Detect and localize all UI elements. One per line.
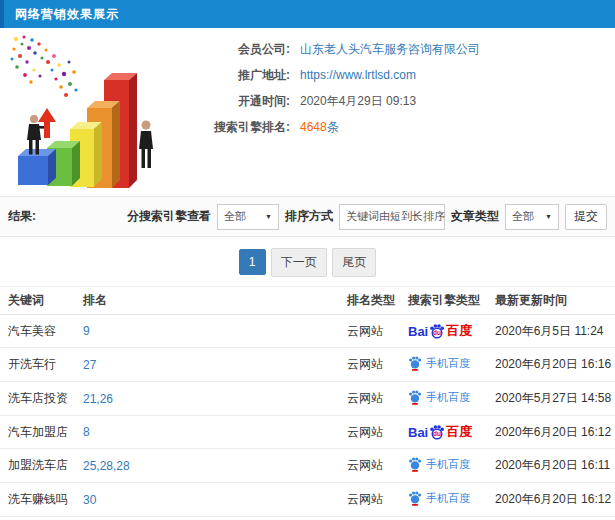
- baidu-mobile-app-icon: [408, 355, 422, 371]
- updated-time-cell: 2020年6月5日 11:24: [487, 315, 615, 348]
- info-row-company: 会员公司: 山东老人头汽车服务咨询有限公司: [186, 41, 480, 57]
- keyword-cell: 汽车美容: [0, 315, 75, 348]
- next-page-button[interactable]: 下一页: [271, 248, 327, 277]
- table-row: 洗车店投资21,26云网站手机百度2020年5月27日 14:58: [0, 382, 615, 416]
- rank-type-cell: 云网站: [339, 416, 400, 449]
- rank-cell: 21,26: [75, 382, 339, 416]
- engine-cell: 手机百度: [400, 517, 487, 520]
- rank-type-cell: 云网站: [339, 315, 400, 348]
- column-header-1: 排名: [75, 287, 339, 315]
- rank-value[interactable]: 8: [83, 425, 90, 439]
- svg-text:du: du: [433, 430, 441, 437]
- baidu-paw-icon: du: [429, 424, 445, 440]
- submit-button[interactable]: 提交: [565, 204, 607, 230]
- column-header-0: 关键词: [0, 287, 75, 315]
- rank-type-cell: 云网站: [339, 348, 400, 382]
- table-row: 洗车店利润30云网站手机百度2020年6月18日 14:27: [0, 517, 615, 520]
- page-button-current[interactable]: 1: [239, 249, 266, 275]
- rank-value[interactable]: 25,28,28: [83, 459, 130, 473]
- pagination: 1 下一页 尾页: [0, 248, 615, 277]
- keyword-cell: 开洗车行: [0, 348, 75, 382]
- last-page-button[interactable]: 尾页: [332, 248, 376, 277]
- keyword-cell: 洗车赚钱吗: [0, 483, 75, 517]
- rank-cell: 25,28,28: [75, 449, 339, 483]
- engine-select-value: 全部: [224, 209, 246, 224]
- svg-text:du: du: [433, 329, 441, 336]
- updated-time-cell: 2020年6月20日 16:16: [487, 348, 615, 382]
- rank-cell: 27: [75, 348, 339, 382]
- baidu-mobile-logo: 手机百度: [408, 389, 470, 405]
- table-row: 汽车美容9云网站Baidu百度2020年6月5日 11:24: [0, 315, 615, 348]
- engine-cell: Baidu百度: [400, 416, 487, 449]
- engine-cell: Baidu百度: [400, 315, 487, 348]
- keyword-cell: 洗车店利润: [0, 517, 75, 520]
- baidu-mobile-app-icon: [408, 456, 422, 472]
- promo-url-link[interactable]: https://www.lrtlsd.com: [300, 68, 416, 82]
- sort-filter-label: 排序方式: [285, 208, 333, 225]
- table-row: 汽车加盟店8云网站Baidu百度2020年6月20日 16:12: [0, 416, 615, 449]
- rank-count-label: 搜索引擎排名:: [186, 119, 290, 136]
- table-row: 加盟洗车店25,28,28云网站手机百度2020年6月20日 16:11: [0, 449, 615, 483]
- table-row: 洗车赚钱吗30云网站手机百度2020年6月20日 16:12: [0, 483, 615, 517]
- rank-value[interactable]: 9: [83, 324, 90, 338]
- keyword-cell: 加盟洗车店: [0, 449, 75, 483]
- column-header-4: 最新更新时间: [487, 287, 615, 315]
- member-info-list: 会员公司: 山东老人头汽车服务咨询有限公司 推广地址: https://www.…: [186, 41, 480, 145]
- open-time-value: 2020年4月29日 09:13: [300, 93, 416, 110]
- open-time-label: 开通时间:: [186, 93, 290, 110]
- rank-count-value: 4648: [300, 120, 327, 134]
- column-header-3: 搜索引擎类型: [400, 287, 487, 315]
- baidu-mobile-logo: 手机百度: [408, 456, 470, 472]
- info-row-rank-count: 搜索引擎排名: 4648条: [186, 119, 480, 135]
- promo-url-label: 推广地址:: [186, 67, 290, 84]
- rank-type-cell: 云网站: [339, 517, 400, 520]
- sort-select[interactable]: 关键词由短到长排序 ▼: [339, 204, 445, 230]
- baidu-paw-icon: du: [429, 323, 445, 339]
- rank-value[interactable]: 21,26: [83, 392, 113, 406]
- rank-type-cell: 云网站: [339, 483, 400, 517]
- engine-cell: 手机百度: [400, 348, 487, 382]
- engine-cell: 手机百度: [400, 483, 487, 517]
- rank-cell: 9: [75, 315, 339, 348]
- company-name-link[interactable]: 山东老人头汽车服务咨询有限公司: [300, 42, 480, 56]
- filter-bar: 结果: 分搜索引擎查看 全部 ▼ 排序方式 关键词由短到长排序 ▼ 文章类型 全…: [0, 196, 615, 237]
- updated-time-cell: 2020年5月27日 14:58: [487, 382, 615, 416]
- rank-cell: 30: [75, 483, 339, 517]
- engine-cell: 手机百度: [400, 449, 487, 483]
- rank-value[interactable]: 30: [83, 493, 96, 507]
- article-type-select[interactable]: 全部 ▼: [505, 204, 559, 230]
- page-header: 网络营销效果展示: [0, 0, 615, 28]
- table-header-row: 关键词排名排名类型搜索引擎类型最新更新时间: [0, 287, 615, 315]
- updated-time-cell: 2020年6月20日 16:12: [487, 483, 615, 517]
- baidu-mobile-app-icon: [408, 389, 422, 405]
- baidu-mobile-app-icon: [408, 490, 422, 506]
- rank-value[interactable]: 27: [83, 358, 96, 372]
- company-label: 会员公司:: [186, 41, 290, 58]
- header-accent-stripe: [0, 0, 4, 28]
- confetti-dots: [11, 36, 78, 98]
- baidu-mobile-logo: 手机百度: [408, 490, 470, 506]
- engine-cell: 手机百度: [400, 382, 487, 416]
- info-row-open-time: 开通时间: 2020年4月29日 09:13: [186, 93, 480, 109]
- baidu-pc-logo: Baidu百度: [408, 423, 472, 441]
- engine-select[interactable]: 全部 ▼: [217, 204, 279, 230]
- page-title: 网络营销效果展示: [15, 6, 119, 23]
- up-arrow-icon: [38, 108, 56, 138]
- updated-time-cell: 2020年6月18日 14:27: [487, 517, 615, 520]
- table-body: 汽车美容9云网站Baidu百度2020年6月5日 11:24开洗车行27云网站手…: [0, 315, 615, 520]
- baidu-pc-logo: Baidu百度: [408, 322, 472, 340]
- updated-time-cell: 2020年6月20日 16:12: [487, 416, 615, 449]
- rank-cell: 30: [75, 517, 339, 520]
- chevron-down-icon: ▼: [265, 213, 272, 220]
- rank-cell: 8: [75, 416, 339, 449]
- rank-type-cell: 云网站: [339, 382, 400, 416]
- article-type-select-value: 全部: [512, 209, 534, 224]
- keyword-cell: 汽车加盟店: [0, 416, 75, 449]
- keyword-cell: 洗车店投资: [0, 382, 75, 416]
- businessman-right: [139, 121, 153, 169]
- results-table: 关键词排名排名类型搜索引擎类型最新更新时间 汽车美容9云网站Baidu百度202…: [0, 286, 615, 520]
- sort-select-value: 关键词由短到长排序: [346, 209, 445, 224]
- engine-filter-label: 分搜索引擎查看: [127, 208, 211, 225]
- updated-time-cell: 2020年6月20日 16:11: [487, 449, 615, 483]
- table-row: 开洗车行27云网站手机百度2020年6月20日 16:16: [0, 348, 615, 382]
